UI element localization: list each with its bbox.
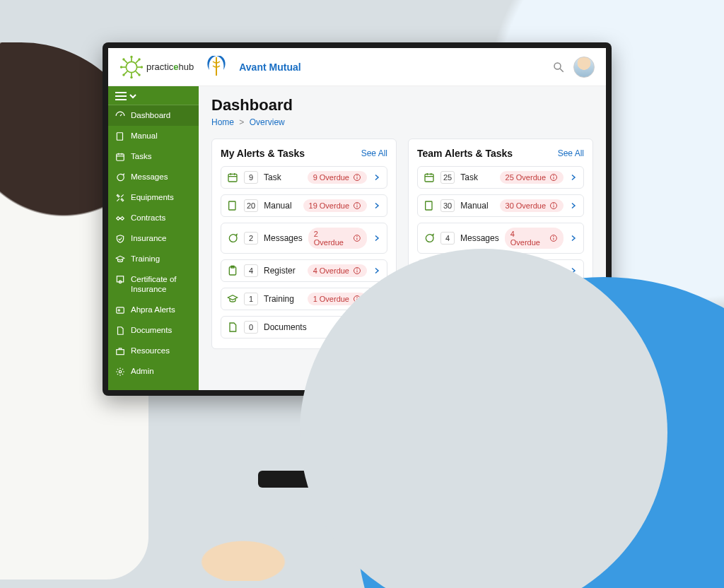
- sidebar-item-documents[interactable]: Documents: [108, 320, 199, 341]
- svg-point-9: [130, 55, 132, 57]
- user-avatar[interactable]: [573, 57, 595, 78]
- svg-rect-39: [229, 201, 235, 210]
- svg-rect-61: [426, 201, 432, 210]
- info-icon: [353, 173, 361, 182]
- svg-point-31: [119, 370, 122, 373]
- info-icon: [353, 201, 361, 210]
- alert-row-task[interactable]: 9Task9 Overdue: [221, 166, 387, 189]
- svg-line-19: [560, 69, 564, 72]
- page-title: Dashboard: [211, 96, 593, 114]
- svg-line-6: [136, 71, 139, 74]
- sidebar-item-contracts[interactable]: Contracts: [108, 208, 199, 228]
- book-icon: [115, 131, 125, 141]
- breadcrumb: Home > Overview: [211, 117, 593, 127]
- sidebar-item-label: Contracts: [131, 213, 165, 223]
- svg-point-15: [138, 58, 140, 60]
- alert-count: 2: [244, 232, 258, 245]
- book-icon: [227, 200, 238, 211]
- hub-icon: [119, 55, 144, 79]
- svg-point-12: [141, 66, 143, 68]
- doc-icon: [115, 326, 125, 336]
- grad-cap-icon: [227, 293, 238, 305]
- alert-count: 25: [440, 171, 455, 184]
- sidebar-item-dashboard[interactable]: Dashboard: [108, 105, 199, 126]
- decorative-swoosh-front: [356, 277, 724, 588]
- sidebar-item-ahpra-alerts[interactable]: Ahpra Alerts: [108, 300, 199, 320]
- chev-right: [569, 234, 578, 242]
- alert-count: 30: [440, 199, 455, 212]
- app-logo[interactable]: practicehub: [119, 55, 194, 79]
- alert-count: 0: [244, 321, 258, 334]
- info-icon: [353, 234, 361, 242]
- see-all-link[interactable]: See All: [558, 148, 584, 158]
- alert-row-manual[interactable]: 30Manual30 Overdue: [417, 194, 584, 217]
- overdue-pill: 4 Overdue: [308, 264, 367, 277]
- chat-icon: [424, 233, 435, 244]
- sidebar-item-insurance[interactable]: Insurance: [108, 228, 199, 249]
- see-all-link[interactable]: See All: [361, 148, 387, 158]
- alert-row-task[interactable]: 25Task25 Overdue: [417, 166, 584, 189]
- info-icon: [549, 173, 558, 182]
- sidebar-item-training[interactable]: Training: [108, 249, 199, 269]
- search-icon[interactable]: [552, 61, 565, 74]
- alert-label: Manual: [264, 201, 297, 211]
- calendar-icon: [115, 152, 125, 162]
- alert-row-messages[interactable]: 2Messages2 Overdue: [221, 223, 387, 254]
- calendar-icon: [227, 172, 238, 183]
- svg-point-18: [554, 63, 561, 69]
- overdue-pill: 2 Overdue: [308, 228, 367, 249]
- org-name[interactable]: Avant Mutual: [239, 61, 300, 73]
- alert-count: 4: [244, 264, 258, 277]
- sidebar-item-resources[interactable]: Resources: [108, 341, 199, 361]
- chev-right: [373, 234, 381, 242]
- shield-icon: [115, 234, 125, 244]
- certificate-icon: [115, 275, 125, 285]
- chevron-down-icon: [129, 93, 136, 100]
- id-icon: [115, 305, 125, 315]
- alert-label: Training: [264, 294, 302, 304]
- svg-point-11: [120, 66, 122, 68]
- sidebar-item-label: Insurance: [131, 233, 167, 243]
- svg-point-14: [138, 74, 140, 76]
- gear-icon: [115, 367, 125, 377]
- chev-right: [373, 173, 381, 182]
- alert-count: 20: [244, 199, 258, 212]
- overdue-pill: 25 Overdue: [500, 171, 564, 184]
- sidebar-item-label: Documents: [131, 325, 172, 335]
- sidebar-item-equipments[interactable]: Equipments: [108, 187, 199, 208]
- sidebar-toggle[interactable]: [108, 88, 199, 105]
- svg-point-13: [122, 58, 124, 60]
- gauge-icon: [115, 111, 125, 121]
- chat-icon: [115, 172, 125, 182]
- svg-line-7: [136, 59, 139, 62]
- sidebar-item-admin[interactable]: Admin: [108, 361, 199, 382]
- alert-row-manual[interactable]: 20Manual19 Overdue: [221, 194, 387, 217]
- alert-row-register[interactable]: 4Register4 Overdue: [221, 259, 387, 282]
- sidebar-item-manual[interactable]: Manual: [108, 126, 199, 146]
- sidebar-item-tasks[interactable]: Tasks: [108, 146, 199, 167]
- sidebar-item-label: Certificate of Insurance: [131, 274, 192, 295]
- overdue-pill: 19 Overdue: [303, 199, 367, 212]
- alert-label: Messages: [460, 233, 499, 243]
- sidebar-item-label: Tasks: [131, 151, 151, 161]
- crumb-home[interactable]: Home: [211, 117, 234, 127]
- doc-icon: [227, 322, 238, 333]
- alert-count: 9: [244, 171, 258, 184]
- crumb-current[interactable]: Overview: [250, 117, 285, 127]
- sidebar-item-messages[interactable]: Messages: [108, 167, 199, 187]
- handshake-icon: [115, 213, 125, 223]
- info-icon: [549, 234, 558, 242]
- hamburger-icon: [115, 92, 127, 100]
- svg-rect-30: [117, 349, 124, 354]
- svg-rect-17: [216, 57, 217, 76]
- calendar-icon: [424, 172, 435, 183]
- alert-count: 4: [440, 232, 455, 245]
- sidebar-item-certificate-of-insurance[interactable]: Certificate of Insurance: [108, 269, 199, 300]
- overdue-pill: 9 Overdue: [308, 171, 367, 184]
- org-crest-icon: [202, 53, 230, 81]
- info-icon: [353, 266, 361, 275]
- svg-rect-32: [228, 174, 237, 182]
- sidebar-item-label: Ahpra Alerts: [131, 305, 175, 314]
- svg-point-10: [130, 76, 132, 78]
- svg-line-20: [120, 114, 122, 116]
